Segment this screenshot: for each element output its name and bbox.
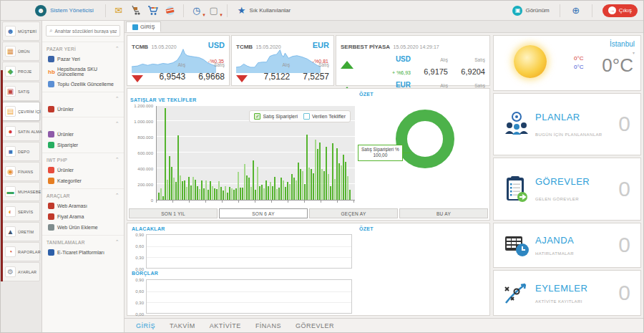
sell-label: Satış [474, 57, 485, 62]
nav-item-sales[interactable]: ▣ SATIŞ [2, 82, 40, 101]
e-ticaret-platformlari-icon [48, 249, 54, 256]
nav-item-purchasing[interactable]: ● SATIN ALMA [2, 122, 40, 141]
unchecked-checkbox-icon[interactable] [303, 113, 310, 120]
sidebar-section-header[interactable]: TANIMLAMALAR⌃ [42, 235, 124, 247]
view-button[interactable]: ▣ Görünüm [512, 6, 549, 16]
sidebar-item-web-urun-ekleme[interactable]: Web Ürün Ekleme [42, 222, 124, 233]
nav-item-warehouse[interactable]: ■ DEPO [2, 142, 40, 161]
search-input[interactable] [54, 29, 117, 34]
nav-item-reports[interactable]: ◔ RAPORLAR [2, 242, 40, 261]
nav-item-customer[interactable]: ☻ MÜŞTERİ [2, 21, 40, 41]
bottom-tab-gi̇ri̇ş[interactable]: GİRİŞ [130, 322, 161, 329]
sidebar-item-kategoriler[interactable]: Kategoriler [42, 175, 124, 186]
sidebar-section-header[interactable]: PAZAR YERİ⌃ [42, 42, 124, 54]
period-button-son-6-ay[interactable]: SON 6 AY [219, 208, 308, 218]
payment-card-icon[interactable] [162, 3, 179, 19]
nav-item-service[interactable]: ◐ SERVİS [2, 202, 40, 221]
bar-chart-y-axis: 1.200.0001.000.000800.000600.000400.0002… [132, 102, 156, 206]
nav-item-finance[interactable]: ◉ FİNANS [2, 162, 40, 181]
plans-panel[interactable]: PLANLAR BUGÜN İÇİN PLANLANANLAR 0 [493, 93, 641, 156]
sidebar-item-label: Ürünler [57, 168, 74, 173]
finance-icon: ◉ [5, 166, 16, 177]
actions-panel[interactable]: EYLEMLER AKTİVİTE KAYITLARI 0 [493, 270, 641, 316]
sidebar-section-header[interactable]: ARAÇLAR⌃ [42, 188, 124, 201]
nav-item-online[interactable]: ▤ ÇEVRİM İÇİ [2, 102, 40, 121]
agenda-panel[interactable]: AJANDA HATIRLATMALAR 0 [493, 223, 641, 269]
nav-item-label: FİNANS [18, 170, 33, 174]
user-name: Sistem Yöneticisi [50, 7, 94, 14]
customer-icon: ☻ [5, 26, 16, 37]
agenda-icon [502, 231, 531, 259]
usd-buy-value: 6,9175 [424, 67, 448, 76]
sidebar-item-label: Fiyat Arama [57, 214, 84, 219]
pazar-yeri-icon [48, 56, 54, 62]
usd-change: + %6,93 [392, 70, 411, 75]
view-label: Görünüm [525, 7, 549, 14]
toolbar-divider [183, 4, 184, 17]
nav-item-label: MÜŞTERİ [18, 29, 36, 34]
agenda-count: 0 [618, 233, 630, 257]
project-icon: ◆ [5, 66, 16, 77]
period-button-geçen-ay[interactable]: GEÇEN AY [309, 208, 398, 218]
shipment-box-icon[interactable]: ▢▾ [205, 3, 223, 19]
sidebar-section-header[interactable]: ⌃ [42, 117, 124, 129]
logout-button[interactable]: → Çıkış [602, 4, 638, 17]
down-triangle-icon [236, 75, 248, 82]
nav-item-product[interactable]: ▦ ÜRÜN [2, 42, 40, 61]
bottom-tab-takvi̇m[interactable]: TAKVİM [164, 322, 201, 329]
nav-item-settings[interactable]: ⚙ AYARLAR [2, 262, 40, 281]
nav-item-label: PROJE [18, 69, 31, 74]
sidebar-item-web-aramasi[interactable]: Web Araması [42, 201, 124, 211]
handtruck-icon[interactable] [127, 3, 145, 19]
pending-orders-clock-icon[interactable]: ◷▾ [188, 3, 205, 19]
sidebar-section-header[interactable]: ⌃ [42, 92, 124, 104]
nav-item-label: ÇEVRİM İÇİ [18, 110, 41, 114]
sidebar-item-toplu-ozellik[interactable]: Toplu Özellik Güncelleme [42, 79, 124, 90]
user-chip[interactable]: ☻ Sistem Yöneticisi [28, 1, 101, 20]
bottom-tab-fi̇nans[interactable]: FİNANS [250, 322, 287, 329]
globe-icon[interactable]: ⊕ [570, 5, 582, 16]
legend-verilen-teklifler[interactable]: Verilen Teklifler [303, 113, 346, 120]
sidebar-section-header[interactable]: IWT PHP⌃ [42, 153, 124, 165]
sidebar-item-e-ticaret-platformlari[interactable]: E-Ticaret Platformları [42, 247, 124, 258]
nav-item-production[interactable]: ▲ ÜRETİM [2, 222, 40, 241]
nav-item-accounting[interactable]: ▬ MUHASEBE [2, 182, 40, 201]
sidebar-item-siparisler[interactable]: Siparişler [42, 140, 124, 150]
section-title: ARAÇLAR [47, 193, 70, 198]
sidebar-item-urunler[interactable]: Ürünler [42, 165, 124, 175]
receivables-chart-plot [146, 234, 352, 269]
star-icon: ★ [238, 5, 246, 16]
nav-item-label: DEPO [18, 150, 29, 154]
checked-checkbox-icon[interactable]: ✓ [254, 113, 260, 120]
cart-icon[interactable] [145, 3, 162, 19]
toolbar-divider [227, 4, 228, 17]
weather-city[interactable]: İstanbul [610, 40, 635, 48]
bottom-tab-akti̇vi̇te[interactable]: AKTİVİTE [204, 322, 247, 329]
tasks-panel[interactable]: GÖREVLER GELEN GÖREVLER 0 [493, 158, 641, 221]
sidebar-item-label: Siparişler [57, 143, 78, 148]
bottom-tab-görevler[interactable]: GÖREVLER [290, 322, 340, 329]
period-button-son-1-yil[interactable]: SON 1 YIL [129, 208, 218, 218]
sidebar-item-urunler[interactable]: Ürünler [42, 104, 124, 115]
nav-item-project[interactable]: ◆ PROJE [2, 62, 40, 81]
toplu-ozellik-icon [48, 81, 54, 87]
fiyat-arama-icon [48, 213, 54, 220]
sidebar-item-label: Toplu Özellik Güncelleme [57, 82, 114, 87]
sidebar-item-urunler[interactable]: Ürünler [42, 129, 124, 140]
sidebar-item-hepsiburada[interactable]: hbHepsiburada SKU Güncelleme [42, 64, 124, 79]
finance-mini-charts-card: ALACAKLAR ÖZET 0,900,600,300,00 BORÇLAR … [127, 223, 490, 316]
tasks-icon [502, 175, 531, 203]
logout-icon: → [608, 6, 616, 14]
nav-item-label: ÜRÜN [18, 49, 30, 54]
plans-title: PLANLAR [535, 112, 602, 122]
period-button-bu-ay[interactable]: BU AY [399, 208, 488, 218]
sidebar-item-fiyat-arama[interactable]: Fiyat Arama [42, 211, 124, 222]
sidebar-search[interactable]: ⌕ [46, 25, 120, 37]
tab-giris[interactable]: GİRİŞ [126, 21, 161, 32]
sidebar-item-pazar-yeri[interactable]: Pazar Yeri [42, 54, 124, 64]
favorites-button[interactable]: ★ Sık Kullanılanlar [238, 5, 291, 16]
mail-icon[interactable]: ✉ [110, 3, 127, 19]
chart-legend: ✓Satış Siparişleri Verilen Teklifler [249, 110, 351, 122]
actions-count: 0 [618, 281, 630, 305]
legend-satis-siparisleri[interactable]: ✓Satış Siparişleri [254, 113, 298, 120]
